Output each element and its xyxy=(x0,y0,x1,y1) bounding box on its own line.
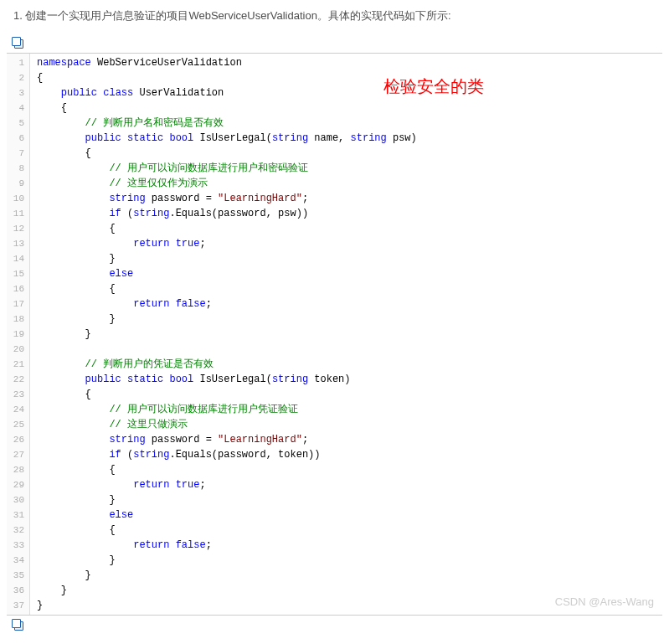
line-number: 7 xyxy=(7,146,29,161)
code-line: { xyxy=(37,523,656,538)
line-number: 17 xyxy=(7,296,29,312)
line-number: 23 xyxy=(7,387,29,402)
line-number: 31 xyxy=(7,507,29,523)
line-number: 16 xyxy=(7,281,29,296)
line-number-gutter: 1234567891011121314151617181920212223242… xyxy=(7,54,30,615)
code-line: else xyxy=(37,507,656,523)
code-line: { xyxy=(37,281,656,296)
code-line: // 用户可以访问数据库进行用户和密码验证 xyxy=(37,161,656,176)
line-number: 26 xyxy=(7,432,29,447)
code-line: public static bool IsUserLegal(string to… xyxy=(37,372,656,387)
code-line: if (string.Equals(password, psw)) xyxy=(37,206,656,221)
code-line: { xyxy=(37,387,656,402)
code-line: } xyxy=(37,553,656,568)
line-number: 27 xyxy=(7,447,29,462)
line-number: 13 xyxy=(7,236,29,251)
code-line: public class UserValidation xyxy=(37,85,656,100)
code-line: string password = "LearningHard"; xyxy=(37,432,656,447)
code-line: return false; xyxy=(37,296,656,312)
line-number: 8 xyxy=(7,161,29,176)
line-number: 30 xyxy=(7,492,29,507)
line-number: 4 xyxy=(7,100,29,116)
code-line: // 这里只做演示 xyxy=(37,417,656,432)
line-number: 6 xyxy=(7,131,29,146)
line-number: 29 xyxy=(7,477,29,492)
code-line: { xyxy=(37,221,656,236)
line-number: 9 xyxy=(7,176,29,191)
code-block: 检验安全的类 123456789101112131415161718192021… xyxy=(7,53,662,616)
line-number: 24 xyxy=(7,402,29,417)
code-line: if (string.Equals(password, token)) xyxy=(37,447,656,462)
code-line: } xyxy=(37,568,656,583)
copy-icon[interactable] xyxy=(12,37,23,49)
line-number: 15 xyxy=(7,266,29,281)
line-number: 21 xyxy=(7,357,29,372)
code-line: string password = "LearningHard"; xyxy=(37,191,656,206)
watermark: CSDN @Ares-Wang xyxy=(555,595,654,610)
code-line: return true; xyxy=(37,236,656,251)
line-number: 3 xyxy=(7,85,29,100)
code-line xyxy=(37,342,656,357)
line-number: 33 xyxy=(7,538,29,553)
code-line: } xyxy=(37,492,656,507)
code-line: // 判断用户名和密码是否有效 xyxy=(37,116,656,131)
line-number: 5 xyxy=(7,116,29,131)
line-number: 20 xyxy=(7,342,29,357)
code-line: } xyxy=(37,327,656,342)
code-line: // 这里仅仅作为演示 xyxy=(37,176,656,191)
line-number: 22 xyxy=(7,372,29,387)
code-wrapper: 检验安全的类 123456789101112131415161718192021… xyxy=(7,35,662,635)
line-number: 10 xyxy=(7,191,29,206)
code-line: return false; xyxy=(37,538,656,553)
line-number: 2 xyxy=(7,70,29,85)
code-line: } xyxy=(37,251,656,266)
line-number: 36 xyxy=(7,583,29,598)
line-number: 34 xyxy=(7,553,29,568)
code-line: { xyxy=(37,100,656,116)
heading-text: 1. 创建一个实现用户信息验证的项目WebServiceUserValidati… xyxy=(0,0,669,35)
annotation-label: 检验安全的类 xyxy=(383,79,484,94)
code-line: return true; xyxy=(37,477,656,492)
code-line: { xyxy=(37,462,656,477)
line-number: 25 xyxy=(7,417,29,432)
line-number: 11 xyxy=(7,206,29,221)
code-line: { xyxy=(37,146,656,161)
line-number: 14 xyxy=(7,251,29,266)
line-number: 35 xyxy=(7,568,29,583)
toolbar-top xyxy=(7,35,662,53)
toolbar-bottom xyxy=(7,616,662,635)
code-line: // 用户可以访问数据库进行用户凭证验证 xyxy=(37,402,656,417)
code-content: namespace WebServiceUserValidation{ publ… xyxy=(30,54,662,615)
line-number: 32 xyxy=(7,523,29,538)
line-number: 28 xyxy=(7,462,29,477)
code-line: public static bool IsUserLegal(string na… xyxy=(37,131,656,146)
code-line: } xyxy=(37,312,656,327)
code-line: namespace WebServiceUserValidation xyxy=(37,55,656,70)
line-number: 37 xyxy=(7,598,29,613)
code-line: { xyxy=(37,70,656,85)
code-line: else xyxy=(37,266,656,281)
line-number: 18 xyxy=(7,312,29,327)
code-line: // 判断用户的凭证是否有效 xyxy=(37,357,656,372)
line-number: 1 xyxy=(7,55,29,70)
line-number: 12 xyxy=(7,221,29,236)
line-number: 19 xyxy=(7,327,29,342)
copy-icon[interactable] xyxy=(12,619,23,631)
